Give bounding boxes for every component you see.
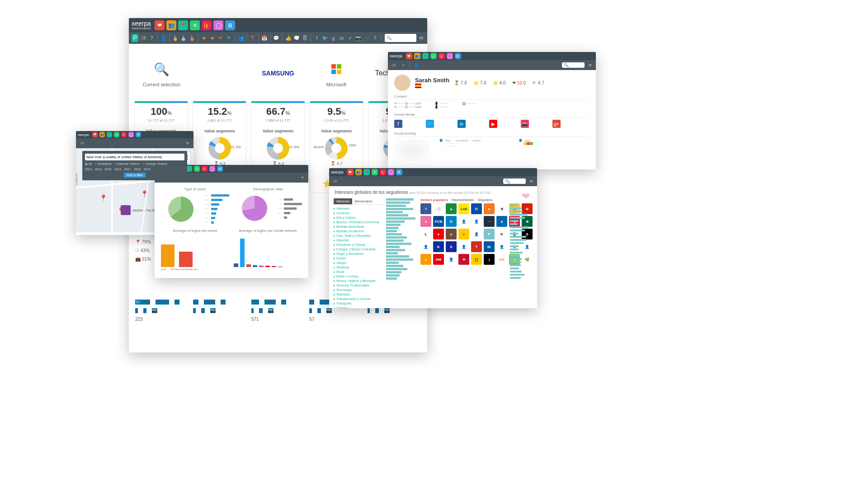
brand-cell[interactable]: ⚪ bbox=[433, 203, 444, 214]
tool-thumb-icon[interactable]: 👍 bbox=[285, 34, 292, 42]
brand-cell[interactable]: n bbox=[446, 229, 457, 239]
filter-foreign[interactable]: ○ Foreign Visitors bbox=[142, 162, 167, 166]
tool-icon[interactable]: ? bbox=[399, 61, 407, 69]
tool-heart-icon[interactable]: ❤ bbox=[217, 34, 224, 42]
tool-help2-icon[interactable]: ? bbox=[372, 34, 378, 42]
brand-cell[interactable]: v bbox=[458, 229, 469, 239]
search-input[interactable]: 🔍 bbox=[385, 34, 416, 42]
search-input[interactable]: 🔍 bbox=[503, 178, 526, 184]
category-item[interactable]: ▸ Deportes bbox=[334, 238, 382, 243]
brand-cell[interactable]: Lidl bbox=[458, 203, 469, 214]
nav-icon-people[interactable]: 👥 bbox=[166, 20, 176, 30]
brand-cell[interactable]: L bbox=[420, 229, 431, 239]
tool-fb-icon[interactable]: f bbox=[313, 34, 320, 42]
tool-check-icon[interactable]: ✓ bbox=[347, 34, 354, 42]
map-pin[interactable]: 📍 bbox=[99, 194, 107, 202]
category-item[interactable]: ▸ Juegos bbox=[334, 261, 382, 265]
nav-icon[interactable]: ◯ bbox=[388, 169, 394, 175]
tool-chat-icon[interactable]: 💭 bbox=[293, 34, 300, 42]
brand-cell[interactable]: IK bbox=[484, 241, 495, 252]
nav-icon[interactable]: 👥 bbox=[414, 53, 420, 59]
brand-cell[interactable]: ⌣ bbox=[484, 216, 495, 227]
mail-icon[interactable]: ✉ bbox=[184, 139, 192, 147]
category-item[interactable]: ▸ Tecnología bbox=[334, 288, 382, 292]
category-item[interactable]: ▸ Cine, Teatro y Musicales bbox=[334, 234, 382, 238]
nav-icon[interactable]: ❤ bbox=[347, 169, 354, 175]
tool-star1-icon[interactable]: ★ bbox=[200, 34, 207, 42]
brand-current-selection[interactable]: 🔍 Current selection bbox=[136, 53, 187, 94]
brand-cell[interactable]: S bbox=[446, 241, 457, 252]
tool-calendar-icon[interactable]: 📅 bbox=[261, 34, 268, 42]
brand-cell[interactable]: K bbox=[433, 241, 444, 252]
tool-icon[interactable]: 👫 bbox=[331, 177, 339, 185]
tool-help-icon[interactable]: ? bbox=[148, 34, 155, 42]
category-item[interactable]: ▸ Transacciones y servicio bbox=[334, 297, 382, 301]
category-item[interactable]: ▸ Humor bbox=[334, 256, 382, 261]
category-item[interactable]: ▸ Comercio bbox=[334, 211, 382, 216]
tool-tw-icon[interactable]: 🐦 bbox=[321, 34, 328, 42]
tab-singulares[interactable]: Singulares bbox=[478, 198, 493, 202]
mail-icon[interactable]: ✉ bbox=[298, 174, 307, 182]
tool-people-icon[interactable]: 👫 bbox=[140, 34, 146, 42]
gp-icon[interactable]: g+ bbox=[552, 120, 561, 128]
tool-mail-icon[interactable]: ✉ bbox=[418, 34, 425, 42]
tool-group-icon[interactable]: 👥 bbox=[237, 34, 244, 42]
brand-cell[interactable]: BB bbox=[496, 254, 507, 265]
tool-user-icon[interactable]: 👤 bbox=[160, 34, 167, 42]
category-item[interactable]: ▸ Energía, Ciencia e Industria bbox=[334, 247, 382, 252]
nav-icon[interactable]: 🎁 bbox=[380, 169, 386, 175]
filter-all[interactable]: ◉ All bbox=[85, 162, 92, 166]
map-marker-aladdin[interactable] bbox=[121, 205, 131, 215]
nav-icon[interactable]: 📍 bbox=[107, 132, 112, 137]
nav-icon[interactable]: ◯ bbox=[128, 132, 134, 137]
nav-icon-grid[interactable]: ⊞ bbox=[225, 20, 235, 30]
nav-icon[interactable]: 🎁 bbox=[202, 166, 208, 172]
nav-icon-circle[interactable]: ◯ bbox=[213, 20, 223, 30]
brand-cell[interactable]: ▲ bbox=[446, 203, 457, 214]
brand-cell[interactable]: ✳ bbox=[496, 203, 507, 214]
brand-cell[interactable]: D bbox=[446, 216, 457, 227]
brand-apple[interactable] bbox=[194, 53, 245, 94]
category-item[interactable]: ▸ Bancos, Finanzas y Economía bbox=[334, 220, 382, 225]
brand-cell[interactable]: f bbox=[420, 203, 431, 214]
category-item[interactable]: ▸ Moda bbox=[334, 270, 382, 274]
category-item[interactable]: ▸ Transporte bbox=[334, 301, 382, 306]
mail-icon[interactable]: ✉ bbox=[586, 61, 594, 69]
tool-icon[interactable]: 👫 bbox=[78, 139, 86, 147]
category-item[interactable]: ▸ Arte y Cultura bbox=[334, 216, 382, 220]
brand-cell[interactable]: 👤 bbox=[458, 241, 469, 252]
nav-icon[interactable]: ◯ bbox=[447, 53, 453, 59]
nav-icon[interactable]: ≡ bbox=[194, 166, 200, 172]
brand-cell[interactable]: D bbox=[471, 203, 482, 214]
brand-cell[interactable]: ● bbox=[420, 216, 431, 227]
nav-icon[interactable]: 👥 bbox=[355, 169, 362, 175]
brand-microsoft[interactable]: Microsoft bbox=[311, 53, 362, 94]
nav-icon[interactable]: 🎁 bbox=[439, 53, 445, 59]
category-item[interactable]: ▸ Servicios Profesionales bbox=[334, 283, 382, 288]
nav-icon[interactable]: ⊞ bbox=[396, 169, 402, 175]
brand-cell[interactable]: ▢ bbox=[471, 254, 482, 265]
tool-geo-icon[interactable]: 📍 bbox=[249, 34, 256, 42]
brand-cell[interactable]: ✈ bbox=[458, 254, 469, 265]
tool-g-icon[interactable]: g bbox=[330, 34, 337, 42]
map-search-input[interactable] bbox=[85, 154, 184, 160]
nav-icon[interactable]: ❤ bbox=[406, 53, 412, 59]
nav-icon[interactable]: ≡ bbox=[114, 132, 119, 137]
tab-representantes[interactable]: Representantes bbox=[452, 198, 474, 202]
nav-icon-gift[interactable]: 🎁 bbox=[202, 20, 212, 30]
map-pin[interactable]: 📍 bbox=[141, 190, 148, 197]
brand-cell[interactable]: ● bbox=[433, 229, 444, 239]
nav-icon[interactable]: 👥 bbox=[99, 132, 105, 137]
brand-cell[interactable]: 👤 bbox=[446, 254, 457, 265]
tool-cam-icon[interactable]: 📷 bbox=[355, 34, 362, 42]
tool-medal1-icon[interactable]: 🏅 bbox=[172, 34, 179, 42]
tool-star2-icon[interactable]: ★ bbox=[209, 34, 216, 42]
brand-cell[interactable]: 👤 bbox=[420, 241, 431, 252]
nav-icon-stack[interactable]: ≡ bbox=[190, 20, 200, 30]
brand-cell[interactable]: R bbox=[496, 229, 507, 239]
tool-medal3-icon[interactable]: 🥉 bbox=[189, 34, 195, 42]
category-item[interactable]: ▸ Turismo bbox=[334, 306, 382, 308]
tool-in-icon[interactable]: in bbox=[338, 34, 345, 42]
tab-intereses[interactable]: Intereses bbox=[334, 198, 352, 204]
tab-benchmarks[interactable]: Benchmarks bbox=[352, 198, 375, 204]
